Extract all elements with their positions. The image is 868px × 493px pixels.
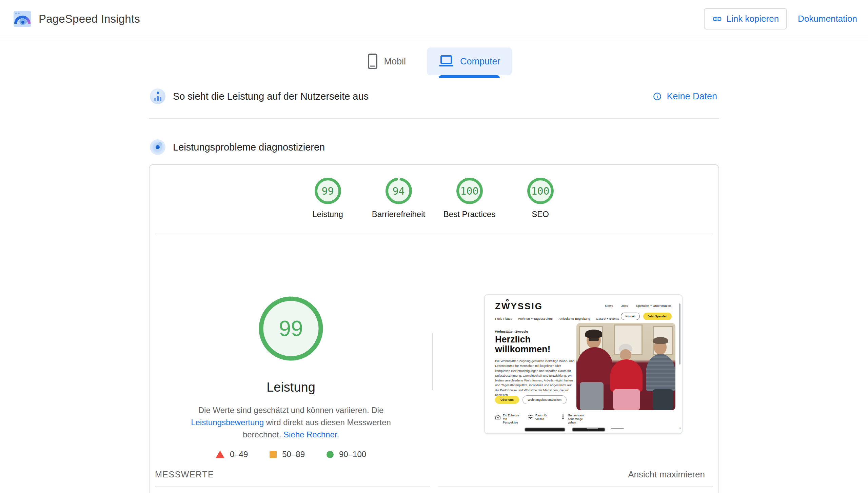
- site-nav-item: Gastro + Events: [596, 317, 619, 320]
- info-icon: [653, 92, 662, 101]
- performance-score-value: 99: [259, 296, 323, 361]
- metric-divider: [438, 486, 713, 487]
- score-label: SEO: [532, 210, 549, 219]
- documentation-link[interactable]: Dokumentation: [798, 14, 862, 24]
- site-main-nav: Freie Plätze Wohnen + Tagesstruktur Ambu…: [495, 317, 638, 320]
- performance-gauge: 99: [259, 296, 323, 361]
- performance-gauge-title: Leistung: [150, 380, 432, 395]
- link-icon: [712, 14, 722, 24]
- score-value: 100: [456, 178, 483, 204]
- site-donate-button: Jetzt Spenden: [643, 313, 672, 320]
- diagnose-title: Leistungsprobleme diagnostizieren: [173, 142, 325, 153]
- site-nav-item: News: [605, 304, 613, 308]
- tab-mobile[interactable]: Mobil: [356, 47, 417, 75]
- site-cutoff-text: [525, 428, 565, 431]
- legend-range: 90–100: [339, 450, 366, 459]
- site-top-nav: News Jobs Spenden + Unterstützen: [605, 304, 671, 308]
- site-hero-photo: [576, 323, 675, 410]
- site-contact-button: Kontakt: [621, 313, 640, 320]
- site-eyebrow: Wohnstätten Zwyssig: [495, 330, 528, 333]
- gauge-description: Die Werte sind geschätzt und können vari…: [188, 404, 394, 441]
- scoring-link[interactable]: Leistungsbewertung: [191, 418, 264, 427]
- category-scores: 99 Leistung 94 Barrierefreiheit: [150, 165, 718, 219]
- scroll-down-arrow-icon: ▾: [679, 427, 681, 430]
- site-paragraph: Die Wohnstätten Zwyssig gestalten vielfä…: [495, 359, 576, 397]
- legend-pass: 90–100: [327, 450, 366, 459]
- copy-link-label: Link kopieren: [726, 14, 779, 24]
- walking-person-icon: [560, 414, 566, 420]
- expand-view-link[interactable]: Ansicht maximieren: [628, 469, 705, 480]
- pagespeed-logo-icon: [14, 11, 31, 27]
- site-nav-item: Spenden + Unterstützen: [636, 304, 671, 308]
- score-seo[interactable]: 100 SEO: [505, 178, 576, 219]
- site-headline: Herzlich willkommen!: [495, 335, 580, 354]
- score-accessibility[interactable]: 94 Barrierefreiheit: [363, 178, 434, 219]
- site-nav-item: Jobs: [621, 304, 628, 308]
- orange-square-icon: [270, 451, 277, 458]
- tab-desktop[interactable]: Computer: [427, 47, 512, 75]
- field-data-title: So sieht die Leistung auf der Nutzerseit…: [173, 91, 369, 102]
- no-data-label: Keine Daten: [667, 91, 717, 102]
- score-value: 100: [527, 178, 554, 204]
- house-icon: [495, 414, 501, 420]
- legend-range: 50–89: [282, 450, 305, 459]
- no-data-link[interactable]: Keine Daten: [653, 91, 719, 102]
- score-value: 94: [386, 178, 412, 204]
- metrics-heading: MESSWERTE: [155, 470, 214, 479]
- app-header: PageSpeed Insights Link kopieren Dokumen…: [0, 0, 868, 38]
- device-tabs: Mobil Computer: [0, 47, 868, 78]
- copy-link-button[interactable]: Link kopieren: [704, 8, 787, 29]
- page-screenshot-thumbnail[interactable]: ZWYSSIG News Jobs Spenden + Unterstützen…: [484, 294, 683, 434]
- gauge-desc-text-1: Die Werte sind geschätzt und können vari…: [198, 406, 384, 415]
- app-title: PageSpeed Insights: [39, 13, 140, 25]
- score-label: Best Practices: [443, 210, 495, 219]
- score-label: Barrierefreiheit: [372, 210, 425, 219]
- score-value: 99: [315, 178, 341, 204]
- site-logo: ZWYSSIG: [495, 301, 543, 312]
- score-performance[interactable]: 99 Leistung: [292, 178, 363, 219]
- site-nav-item: Ambulante Begleitung: [559, 317, 590, 320]
- legend-fail: 0–49: [216, 450, 248, 459]
- site-feature-paths: Gemeinsam neue Wege gehen: [560, 414, 586, 425]
- field-data-section: So sieht die Leistung auf der Nutzerseit…: [149, 85, 719, 107]
- legend-range: 0–49: [230, 450, 248, 459]
- score-label: Leistung: [312, 210, 343, 219]
- red-triangle-icon: [216, 451, 224, 458]
- thumbnail-scrollbar[interactable]: [679, 303, 680, 364]
- site-nav-item: Freie Plätze: [495, 317, 512, 320]
- tab-mobile-label: Mobil: [384, 56, 406, 67]
- site-about-button: Über uns: [495, 396, 519, 404]
- metric-divider: [155, 486, 430, 487]
- section-divider: [149, 118, 719, 119]
- site-feature-diversity: Raum für Vielfalt: [528, 414, 553, 425]
- site-nav-item: Wohnen + Tagesstruktur: [518, 317, 553, 320]
- diagnose-section: Leistungsprobleme diagnostizieren: [149, 136, 719, 158]
- diversity-icon: [528, 414, 533, 420]
- site-logo-ring: [506, 299, 509, 301]
- score-best-practices[interactable]: 100 Best Practices: [434, 178, 505, 219]
- performance-gauge-panel: 99 Leistung Die Werte sind geschätzt und…: [150, 234, 432, 459]
- calculator-link[interactable]: Siehe Rechner.: [283, 430, 339, 439]
- lighthouse-report-card: 99 Leistung 94 Barrierefreiheit: [149, 164, 719, 493]
- site-discover-button: Wohnangebot entdecken: [522, 395, 567, 404]
- field-data-icon: [150, 88, 165, 104]
- tab-desktop-label: Computer: [460, 56, 500, 67]
- active-tab-indicator: [439, 75, 500, 78]
- laptop-icon: [438, 55, 454, 68]
- legend-average: 50–89: [270, 450, 305, 459]
- score-legend: 0–49 50–89 90–100: [150, 450, 432, 459]
- site-feature-home: Ein Zuhause mit Perspektive: [495, 414, 521, 425]
- diagnose-gauge-icon: [150, 139, 165, 155]
- smartphone-icon: [368, 53, 378, 70]
- green-circle-icon: [327, 451, 334, 458]
